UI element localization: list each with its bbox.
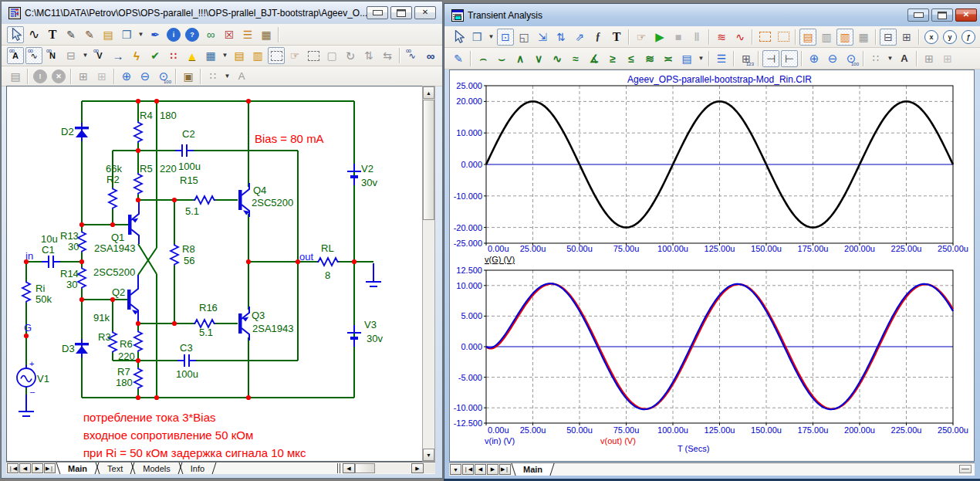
- flow-icon[interactable]: ✒: [147, 26, 164, 43]
- scroll-up-button[interactable]: ▲: [423, 86, 434, 99]
- zoom-box-icon[interactable]: ⊡: [497, 29, 514, 46]
- text-a-icon[interactable]: A: [896, 50, 913, 67]
- plot-grid-icon[interactable]: ▦: [855, 29, 872, 46]
- select-arrow-icon[interactable]: [7, 26, 24, 43]
- layers-dropdown[interactable]: ▼: [81, 47, 90, 64]
- sheet-tab-info[interactable]: Info: [181, 462, 215, 474]
- node-voltages-icon[interactable]: Voo: [91, 47, 108, 64]
- grid-icon[interactable]: ▦: [202, 47, 219, 64]
- sheet-tab-main[interactable]: Main: [58, 462, 97, 474]
- last-page-button[interactable]: ▶❘: [499, 464, 511, 475]
- list-icon[interactable]: ☰: [239, 26, 256, 43]
- wire-mode-icon[interactable]: ∿: [25, 26, 42, 43]
- battery-V3[interactable]: [347, 332, 361, 334]
- attr-wire-icon[interactable]: ∿oo: [25, 47, 42, 64]
- zoom-100-icon[interactable]: ⊙100: [155, 68, 172, 85]
- stop-icon[interactable]: ■: [670, 29, 687, 46]
- paste-dropdown[interactable]: ▼: [697, 50, 705, 67]
- watch-icon[interactable]: ⊞123: [738, 50, 755, 67]
- y-axis-icon[interactable]: y: [941, 29, 958, 46]
- warning-icon[interactable]: ▲: [184, 47, 201, 64]
- digital-doc-icon[interactable]: ☒: [221, 26, 238, 43]
- maximize-button[interactable]: [931, 8, 953, 22]
- next-page-button[interactable]: ▶: [32, 463, 43, 473]
- go-top-icon[interactable]: ≥: [604, 50, 621, 67]
- grid-dropdown[interactable]: ▼: [221, 47, 229, 64]
- sheet-tab-models[interactable]: Models: [133, 462, 180, 474]
- info-icon[interactable]: i: [165, 26, 182, 43]
- pan-arrows-icon[interactable]: ⇅: [553, 29, 569, 46]
- box-icon[interactable]: ▢: [323, 47, 340, 64]
- zoom-in-icon[interactable]: ⊕: [118, 68, 135, 85]
- maximize-button[interactable]: [390, 6, 412, 19]
- plot-cols-icon[interactable]: ▥: [836, 29, 853, 46]
- flip-h-icon[interactable]: ⇆: [379, 47, 396, 64]
- hscroll-thumb[interactable]: [355, 463, 375, 473]
- dotgrid-dropdown[interactable]: ▼: [886, 50, 894, 67]
- component-icon[interactable]: ❒: [118, 26, 135, 43]
- hscroll-track[interactable]: [375, 463, 411, 473]
- transistor-Q1[interactable]: [128, 215, 132, 235]
- text-mode-icon[interactable]: T: [608, 29, 625, 46]
- component-dropdown[interactable]: ▼: [137, 26, 145, 43]
- prev-page-button[interactable]: ◀: [475, 464, 486, 475]
- diode-D3[interactable]: [75, 343, 89, 345]
- slope-icon[interactable]: ⇗: [571, 29, 588, 46]
- transistor-Q4[interactable]: [238, 190, 242, 210]
- line-mode-icon[interactable]: ✎: [63, 26, 79, 43]
- attr-text-icon[interactable]: Aoo: [7, 47, 24, 64]
- pause-icon[interactable]: ‖: [688, 29, 705, 46]
- flip-v-icon[interactable]: ⇅: [360, 47, 377, 64]
- go-slope-icon[interactable]: ∡: [586, 50, 603, 67]
- go-low-icon[interactable]: ∨: [530, 50, 547, 67]
- close-button[interactable]: ✕: [414, 6, 436, 19]
- cursor-right-icon[interactable]: ⊢: [781, 50, 798, 67]
- annotate-icon[interactable]: ▦: [258, 26, 275, 43]
- page-copy-icon[interactable]: ▥: [249, 47, 266, 64]
- minimize-button[interactable]: [907, 8, 929, 22]
- x-axis-icon[interactable]: x: [923, 29, 940, 46]
- zoom-out-icon[interactable]: ⊖: [137, 68, 154, 85]
- polygon-mode-icon[interactable]: ✎: [81, 26, 98, 43]
- sheet-tab-text[interactable]: Text: [97, 462, 133, 474]
- node-numbers-icon[interactable]: Noo: [44, 47, 61, 64]
- zoom-100-icon[interactable]: ⊙100: [843, 50, 860, 67]
- paste-icon[interactable]: ▤: [678, 50, 695, 67]
- go-fall-icon[interactable]: ≈: [567, 50, 584, 67]
- copy-layer-icon[interactable]: ⊞: [75, 68, 92, 85]
- prev-page-button[interactable]: ◀: [19, 463, 31, 473]
- transistor-Q2[interactable]: [127, 290, 131, 310]
- rotate-icon[interactable]: ↻: [342, 47, 359, 64]
- plot-single-icon[interactable]: ▥: [818, 29, 835, 46]
- warning-circle-icon[interactable]: !: [32, 68, 49, 85]
- fx-mode-icon[interactable]: ƒ: [590, 29, 607, 46]
- scale-box-icon[interactable]: ◱: [515, 29, 532, 46]
- pane-resize-grip[interactable]: [959, 465, 972, 473]
- schematic-vscrollbar[interactable]: ▲ ▼: [422, 86, 435, 462]
- info-book-icon[interactable]: ▤: [7, 68, 24, 85]
- zoom-in-icon[interactable]: ⊕: [806, 50, 823, 67]
- vscroll-thumb[interactable]: [423, 100, 434, 220]
- paste-layer-icon[interactable]: ⊞: [93, 68, 110, 85]
- component-icon[interactable]: ❒: [468, 29, 485, 46]
- schematic-canvas[interactable]: D2R4180C2100u66kR2R5220R155.1Q42SC5200Bi…: [6, 86, 423, 462]
- split-horizontal-icon[interactable]: ⊟: [880, 29, 897, 46]
- transient-titlebar[interactable]: Transient Analysis ✕: [444, 4, 980, 26]
- tab-list-dropdown[interactable]: ▼: [450, 464, 461, 475]
- power-icon[interactable]: ϟ: [128, 47, 145, 64]
- hscroll-left-button[interactable]: ◀: [343, 463, 355, 473]
- component-dropdown[interactable]: ▼: [487, 29, 495, 46]
- properties-icon[interactable]: ☞: [286, 47, 303, 64]
- limits-icon[interactable]: ≋: [713, 29, 730, 46]
- cursor-left-icon[interactable]: ⊣: [762, 50, 779, 67]
- first-page-button[interactable]: ❘◀: [462, 464, 474, 475]
- properties-icon[interactable]: ☞: [633, 29, 650, 46]
- region-select-icon[interactable]: [268, 47, 285, 64]
- minimize-button[interactable]: [367, 6, 388, 19]
- stepping-icon[interactable]: ∿: [732, 29, 749, 46]
- go-period-icon[interactable]: ≋: [641, 50, 658, 67]
- fx-axis-icon[interactable]: ƒ: [960, 29, 977, 46]
- diode-D2[interactable]: [75, 127, 89, 129]
- zoom-arrows-icon[interactable]: ⇲: [534, 29, 551, 46]
- snapshot-icon[interactable]: ▣: [180, 68, 197, 85]
